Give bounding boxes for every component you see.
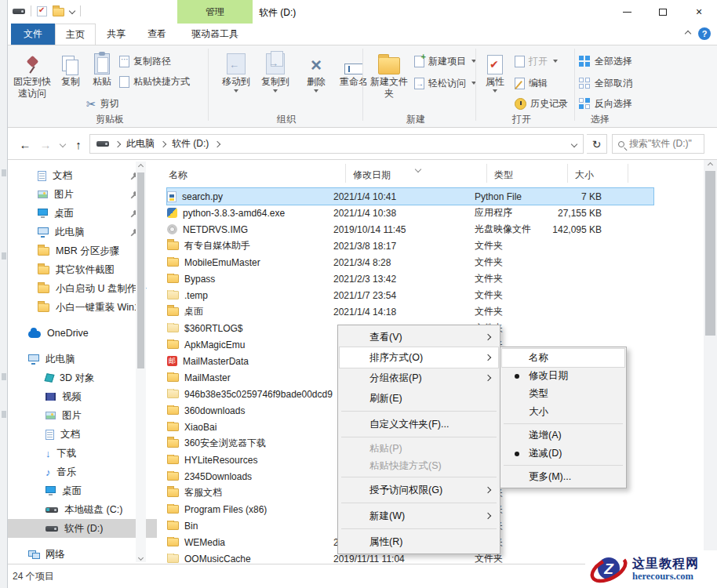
submenu-arrow-icon — [485, 487, 491, 493]
refresh-button[interactable]: ↻ — [587, 134, 607, 154]
select-none-button[interactable]: 全部取消 — [579, 74, 632, 92]
sidebar-item-network[interactable]: 网络 — [8, 545, 157, 564]
maximize-button[interactable] — [645, 0, 681, 24]
context-menu-item[interactable]: 新建(W) — [340, 506, 498, 526]
file-list-scrollbar[interactable] — [704, 160, 717, 564]
copy-button[interactable]: 复制 — [55, 48, 86, 114]
cut-button[interactable]: ✂ 剪切 — [86, 95, 119, 112]
context-menu-item[interactable]: 排序方式(O) — [340, 347, 498, 368]
new-folder-button[interactable]: 新建文件夹 — [367, 48, 411, 114]
sidebar-item-xiaobai-usb-folder[interactable]: 小白启动 U 盘制作步 — [8, 279, 157, 298]
sidebar-item-mbr-folder[interactable]: MBR 分区步骤 — [8, 241, 157, 260]
delete-button[interactable]: × 删除 — [300, 48, 333, 114]
search-input[interactable]: 搜索"软件 (D:)" — [612, 134, 704, 154]
sidebar-item-onedrive[interactable]: OneDrive — [8, 324, 157, 343]
breadcrumb-drive-d[interactable]: 软件 (D:) — [172, 137, 209, 151]
up-button[interactable]: ↑ — [71, 136, 86, 152]
sidebar-item-3d-objects[interactable]: 3D 对象 — [8, 368, 157, 387]
scrollbar-thumb[interactable] — [137, 172, 144, 368]
file-row[interactable]: .temp2021/1/7 23:54文件夹 — [167, 287, 653, 303]
move-to-button[interactable]: 移动到 — [217, 48, 256, 114]
column-header-name[interactable]: 名称 — [169, 169, 187, 182]
sidebar-item-pictures[interactable]: 图片 — [8, 406, 157, 425]
history-button[interactable]: 历史记录 — [515, 95, 568, 112]
sidebar-item-music[interactable]: 音乐 — [8, 463, 157, 481]
qat-customize-icon[interactable] — [69, 8, 75, 14]
sidebar-item-videos[interactable]: 视频 — [8, 387, 157, 406]
context-menu-item[interactable]: 刷新(E) — [340, 388, 498, 408]
sidebar-item-documents[interactable]: 文档 — [8, 425, 157, 444]
address-breadcrumb[interactable]: 此电脑 软件 (D:) — [89, 134, 584, 154]
tab-file[interactable]: 文件 — [11, 24, 55, 45]
sidebar-item-xiaobai-win10-folder[interactable]: 小白一键重装 Win10 — [8, 298, 157, 317]
close-button[interactable]: × — [681, 0, 717, 24]
file-row[interactable]: MobileEmuMaster2021/3/4 8:28文件夹 — [167, 254, 653, 270]
invert-selection-button[interactable]: 反向选择 — [579, 95, 632, 112]
scroll-down-icon[interactable] — [136, 553, 146, 562]
context-menu-item[interactable]: 查看(V) — [340, 327, 498, 347]
sort-descending-icon[interactable] — [416, 163, 420, 174]
breadcrumb-chevron-icon[interactable] — [214, 140, 220, 147]
file-row[interactable]: python-3.8.3-amd64.exe2021/1/4 10:38应用程序… — [167, 205, 653, 221]
file-row[interactable]: 有专自媒体助手2021/3/8 18:17文件夹 — [167, 238, 653, 254]
folder-icon — [167, 423, 179, 431]
scroll-up-icon[interactable] — [704, 160, 717, 169]
collapse-ribbon-icon[interactable] — [685, 31, 691, 37]
tab-home[interactable]: 主页 — [55, 24, 96, 45]
paste-shortcut-button[interactable]: 粘贴快捷方式 — [119, 73, 190, 90]
file-row[interactable]: Bypass2021/2/3 13:42文件夹 — [167, 270, 653, 287]
sort-submenu-item[interactable]: 递减(D) — [502, 445, 624, 463]
easy-access-button[interactable]: 轻松访问 — [414, 74, 476, 92]
breadcrumb-chevron-icon[interactable] — [160, 140, 166, 147]
sort-submenu-item[interactable]: 名称 — [502, 349, 624, 367]
context-menu-item[interactable]: 分组依据(P) — [340, 368, 498, 388]
breadcrumb-this-pc[interactable]: 此电脑 — [126, 137, 155, 151]
sidebar-item-pictures-pinned[interactable]: 图片 — [8, 185, 157, 204]
address-dropdown-icon[interactable] — [571, 140, 577, 147]
sidebar-item-this-pc-pinned[interactable]: 此电脑 — [8, 223, 157, 241]
properties-button[interactable]: 属性 — [479, 48, 511, 114]
sort-submenu-item[interactable]: 类型 — [502, 385, 624, 403]
context-menu-item[interactable]: 授予访问权限(G) — [340, 480, 498, 500]
file-row[interactable]: search.py2021/1/4 10:41Python File7 KB — [167, 188, 653, 205]
context-menu-item[interactable]: 自定义文件夹(F)... — [340, 414, 498, 434]
back-button[interactable]: ← — [17, 136, 33, 152]
column-header-date[interactable]: 修改日期 — [353, 169, 391, 182]
minimize-button[interactable] — [609, 0, 645, 24]
svg-text:Z: Z — [603, 561, 614, 577]
context-menu-item[interactable]: 属性(R) — [340, 532, 498, 552]
sort-submenu-item[interactable]: 修改日期 — [502, 367, 624, 385]
breadcrumb-chevron-icon[interactable] — [115, 140, 121, 147]
scroll-up-icon[interactable] — [136, 162, 146, 171]
new-folder-icon[interactable] — [53, 8, 64, 16]
sort-submenu-item[interactable]: 大小 — [502, 403, 624, 421]
pin-to-quick-access-button[interactable]: 固定到快速访问 — [9, 48, 55, 114]
sort-submenu-item[interactable]: 更多(M)... — [502, 468, 624, 486]
edit-button[interactable]: 编辑 — [515, 74, 548, 92]
file-row[interactable]: NETDRVS.IMG2019/10/14 11:45光盘映像文件142,095… — [167, 221, 653, 238]
sidebar-item-this-pc[interactable]: 此电脑 — [8, 350, 157, 368]
tab-drive-tools[interactable]: 驱动器工具 — [177, 24, 253, 45]
scrollbar-thumb[interactable] — [705, 171, 715, 336]
sidebar-scrollbar[interactable] — [136, 162, 146, 562]
sort-submenu-item[interactable]: 递增(A) — [502, 426, 624, 445]
column-header-type[interactable]: 类型 — [494, 169, 513, 182]
sidebar-item-local-disk-c[interactable]: 本地磁盘 (C:) — [8, 500, 157, 519]
sidebar-item-desktop-pinned[interactable]: 桌面 — [8, 204, 157, 223]
tab-share[interactable]: 共享 — [96, 24, 136, 45]
recent-locations-icon[interactable] — [55, 136, 71, 152]
copy-to-button[interactable]: 复制到 — [256, 48, 295, 114]
properties-icon[interactable] — [37, 6, 47, 16]
select-all-button[interactable]: 全部选择 — [579, 53, 632, 70]
help-icon[interactable]: ? — [698, 27, 711, 40]
sidebar-item-documents-pinned[interactable]: 文档 — [8, 166, 157, 185]
tab-view[interactable]: 查看 — [136, 24, 177, 45]
new-item-button[interactable]: 新建项目 — [414, 53, 476, 70]
copy-path-button[interactable]: 复制路径 — [119, 53, 171, 70]
sidebar-item-downloads[interactable]: 下载 — [8, 444, 157, 463]
file-row[interactable]: 桌面2021/1/4 14:18文件夹 — [167, 303, 653, 320]
sidebar-item-other-screenshots-folder[interactable]: 其它软件截图 — [8, 260, 157, 279]
sidebar-item-drive-d[interactable]: 软件 (D:) — [8, 519, 157, 538]
column-header-size[interactable]: 大小 — [575, 169, 594, 182]
sidebar-item-desktop[interactable]: 桌面 — [8, 481, 157, 500]
